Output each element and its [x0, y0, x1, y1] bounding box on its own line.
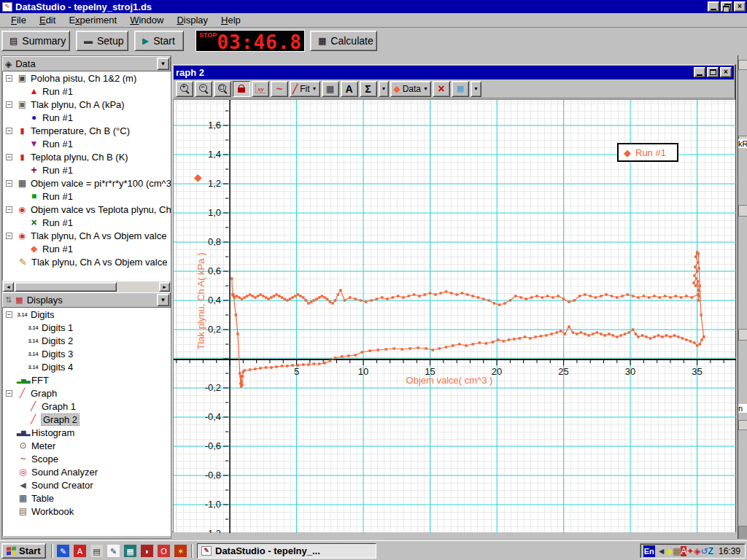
- connection-icon[interactable]: Z: [708, 546, 713, 556]
- item-label[interactable]: Poloha pistu, Ch 1&2 (m): [31, 73, 136, 84]
- calculator-icon[interactable]: ▦: [124, 545, 136, 557]
- data-tree-hscrollbar[interactable]: ◄ ►: [2, 281, 171, 292]
- item-label[interactable]: Run #1: [42, 244, 73, 254]
- language-indicator[interactable]: En: [643, 545, 655, 557]
- data-panel-header[interactable]: ◈ Data ▼: [2, 56, 171, 71]
- item-label[interactable]: Digits: [31, 309, 55, 320]
- scroll-right-icon[interactable]: ►: [159, 282, 170, 292]
- scrollbar-thumb[interactable]: [15, 282, 117, 292]
- align-origin-button[interactable]: xy: [252, 81, 269, 97]
- tree-item-sound-analyzer[interactable]: ◎Sound Analyzer: [3, 465, 171, 478]
- data-dropdown-button[interactable]: ▼: [157, 58, 169, 70]
- menu-item-display[interactable]: Display: [170, 13, 214, 27]
- expand-collapse-icon[interactable]: −: [6, 311, 12, 318]
- selected-item-label[interactable]: Graph 2: [42, 414, 79, 425]
- item-label[interactable]: Run #1: [42, 139, 73, 149]
- start-menu-button[interactable]: Start: [1, 543, 46, 559]
- item-label[interactable]: Scope: [31, 454, 58, 464]
- expand-collapse-icon[interactable]: −: [6, 154, 12, 160]
- tree-item-scope[interactable]: ~Scope: [3, 452, 171, 465]
- tree-item-sound-creator[interactable]: ◀Sound Creator: [3, 478, 171, 491]
- settings-button[interactable]: ▦: [452, 81, 469, 97]
- item-label[interactable]: FFT: [31, 375, 49, 386]
- item-label[interactable]: Digits 3: [42, 349, 73, 359]
- item-label[interactable]: Teplota plynu, Ch B (K): [31, 152, 128, 163]
- app-titlebar[interactable]: ✎ DataStudio - tepelny_stroj1.ds ×: [0, 0, 747, 13]
- tree-item-workbook[interactable]: ▤Workbook: [3, 505, 171, 518]
- data-menu-button[interactable]: ◆Data▼: [390, 81, 431, 97]
- desktop-icon[interactable]: ▤: [90, 545, 103, 557]
- setup-button[interactable]: ▬ Setup: [76, 31, 128, 51]
- statistics-button[interactable]: Σ: [360, 81, 377, 97]
- tree-item-digits-4[interactable]: 3.14Digits 4: [3, 360, 171, 373]
- volume-icon[interactable]: ◄: [657, 546, 666, 556]
- item-label[interactable]: Objem valce vs Teplota plynu, Ch: [31, 204, 171, 215]
- tree-item-tlak-plynu-ch-a-vs-objem[interactable]: ✎Tlak plynu, Ch A vs Objem valce: [3, 255, 171, 268]
- tree-run-item[interactable]: ◆Run #1: [3, 242, 171, 255]
- expand-collapse-icon[interactable]: −: [6, 75, 12, 82]
- tree-item-digits-2[interactable]: 3.14Digits 2: [3, 334, 171, 347]
- text-tool-button[interactable]: A: [341, 81, 358, 97]
- tree-item-tlak-plynu-ch-a-vs-objem[interactable]: −◉Tlak plynu, Ch A vs Objem valce: [3, 229, 171, 242]
- tree-run-item[interactable]: ×Run #1: [3, 216, 171, 229]
- menu-item-window[interactable]: Window: [123, 13, 170, 27]
- item-label[interactable]: Run #1: [42, 191, 73, 202]
- tree-item-temperature-ch-b-c-[interactable]: −▮Temperature, Ch B (°C): [3, 124, 171, 137]
- y-axis-title[interactable]: Tlak plynu, Ch A( kPa ): [196, 253, 206, 350]
- tree-item-histogram[interactable]: ▃▆▂Histogram: [3, 426, 171, 439]
- item-label[interactable]: Sound Analyzer: [31, 467, 98, 478]
- restore-button[interactable]: [721, 1, 732, 12]
- expand-collapse-icon[interactable]: −: [6, 180, 12, 187]
- item-label[interactable]: Digits 1: [42, 322, 73, 333]
- item-label[interactable]: Graph: [31, 388, 57, 399]
- expand-collapse-icon[interactable]: −: [6, 233, 12, 239]
- y-axis-series-diamond-icon[interactable]: ◆: [194, 171, 202, 183]
- expand-collapse-icon[interactable]: −: [6, 128, 12, 134]
- x-axis-title[interactable]: Objem valce( cm^3 ): [406, 375, 493, 386]
- item-label[interactable]: Run #1: [42, 217, 73, 228]
- zoom-in-button[interactable]: +: [176, 81, 193, 97]
- item-label[interactable]: Digits 2: [42, 335, 73, 346]
- tree-item-graph-2[interactable]: ╱Graph 2: [3, 413, 171, 426]
- expand-collapse-icon[interactable]: −: [6, 206, 12, 213]
- zoom-out-button[interactable]: −: [195, 81, 212, 97]
- item-label[interactable]: Sound Creator: [31, 480, 93, 491]
- item-label[interactable]: Tlak plynu, Ch A vs Objem valce: [31, 257, 167, 268]
- acrobat-icon[interactable]: A: [74, 545, 86, 557]
- tree-item-meter[interactable]: ⊙Meter: [3, 439, 171, 452]
- summary-button[interactable]: ▤ Summary: [1, 31, 70, 51]
- scheduler-icon[interactable]: ▦: [673, 546, 681, 556]
- close-button[interactable]: ×: [734, 1, 746, 12]
- tree-run-item[interactable]: ●Run #1: [3, 111, 171, 124]
- delete-button[interactable]: ×: [433, 81, 450, 97]
- yellow-tool-icon[interactable]: ◆: [666, 546, 673, 556]
- zoom-select-button[interactable]: [214, 81, 231, 97]
- item-label[interactable]: Run #1: [42, 165, 73, 176]
- tree-item-tlak-plynu-ch-a-kpa-[interactable]: −▣Tlak plynu, Ch A (kPa): [3, 98, 171, 111]
- tree-item-digits-3[interactable]: 3.14Digits 3: [3, 347, 171, 360]
- plot-area[interactable]: 51015202530351,61,41,21,00,80,60,40,2-0,…: [173, 99, 735, 532]
- red-app-icon[interactable]: ◗: [141, 545, 153, 557]
- displays-dropdown-button[interactable]: ▼: [157, 294, 169, 306]
- tree-run-item[interactable]: ▲Run #1: [3, 85, 171, 98]
- blue-edit-icon[interactable]: ✎: [57, 545, 69, 557]
- tree-item-fft[interactable]: ▂▅▃FFT: [3, 373, 171, 386]
- tree-item-objem-valce-pi-r-r-y-100[interactable]: −▦Objem valce = pi*r*r*y*100 (cm^3): [3, 176, 171, 190]
- item-label[interactable]: Tlak plynu, Ch A (kPa): [31, 99, 125, 110]
- item-label[interactable]: Tlak plynu, Ch A vs Objem valce: [31, 230, 166, 241]
- fire-icon[interactable]: ✶: [174, 545, 187, 557]
- tree-item-digits-1[interactable]: 3.14Digits 1: [3, 321, 171, 334]
- tree-run-item[interactable]: ▼Run #1: [3, 137, 171, 150]
- tree-item-teplota-plynu-ch-b-k-[interactable]: −▮Teplota plynu, Ch B (K): [3, 150, 171, 163]
- item-label[interactable]: Run #1: [42, 86, 73, 97]
- item-label[interactable]: Workbook: [31, 506, 74, 517]
- item-label[interactable]: Run #1: [42, 112, 73, 123]
- opera-icon[interactable]: O: [158, 545, 170, 557]
- graph-window-titlebar[interactable]: raph 2 ×: [174, 66, 734, 79]
- pen-document-icon[interactable]: ✎: [107, 545, 120, 557]
- menu-item-help[interactable]: Help: [214, 13, 247, 27]
- tree-item-objem-valce-vs-teplota-p[interactable]: −◉Objem valce vs Teplota plynu, Ch: [3, 203, 171, 216]
- tree-item-table[interactable]: ▦Table: [3, 491, 171, 505]
- item-label[interactable]: Histogram: [31, 427, 74, 438]
- item-label[interactable]: Objem valce = pi*r*r*y*100 (cm^3): [31, 178, 171, 189]
